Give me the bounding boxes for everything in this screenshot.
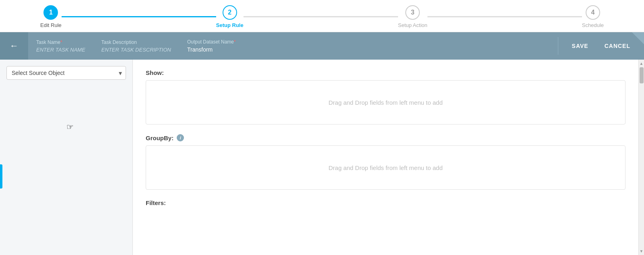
groupby-info-icon[interactable]: i xyxy=(177,134,184,141)
groupby-drop-zone[interactable]: Drag and Drop fields from left menu to a… xyxy=(146,145,625,190)
groupby-section: GroupBy: i Drag and Drop fields from lef… xyxy=(146,134,625,190)
step-1-label: Edit Rule xyxy=(40,22,62,28)
cancel-button[interactable]: CANCEL xyxy=(601,40,634,52)
scrollbar[interactable]: ▲ ▼ xyxy=(638,60,644,255)
step-4-label: Schedule xyxy=(582,22,604,28)
step-1-circle: 1 xyxy=(43,5,58,20)
back-button[interactable]: ← xyxy=(0,32,28,60)
task-name-input[interactable]: ENTER TASK NAME xyxy=(36,47,85,53)
step-2[interactable]: 2 Setup Rule xyxy=(216,5,244,28)
show-section: Show: Drag and Drop fields from left men… xyxy=(146,69,625,124)
step-3-label: Setup Action xyxy=(398,22,427,28)
step-4[interactable]: 4 Schedule xyxy=(582,5,604,28)
step-2-circle: 2 xyxy=(223,5,237,20)
stepper: 1 Edit Rule 2 Setup Rule 3 Setup Action … xyxy=(0,0,644,32)
connector-3-4 xyxy=(427,16,582,17)
save-button[interactable]: SAVE xyxy=(568,40,592,52)
main-content: Select Source Object ☞ Show: Drag and Dr… xyxy=(0,60,644,255)
step-3-circle: 3 xyxy=(405,5,420,20)
left-panel: Select Source Object ☞ xyxy=(0,60,133,255)
groupby-drop-hint: Drag and Drop fields from left menu to a… xyxy=(328,164,442,171)
show-drop-hint: Drag and Drop fields from left menu to a… xyxy=(328,99,442,106)
output-dataset-value[interactable]: Transform xyxy=(187,46,236,53)
output-dataset-field: Output Dataset Name* Transform xyxy=(187,39,236,53)
header-actions: SAVE CANCEL xyxy=(558,32,644,60)
source-object-select[interactable]: Select Source Object xyxy=(6,66,126,80)
filters-label: Filters: xyxy=(146,199,625,206)
show-label: Show: xyxy=(146,69,625,76)
step-2-label: Setup Rule xyxy=(216,22,244,28)
task-name-field: Task Name* ENTER TASK NAME xyxy=(36,39,85,53)
step-4-circle: 4 xyxy=(586,5,600,20)
show-drop-zone[interactable]: Drag and Drop fields from left menu to a… xyxy=(146,80,625,124)
header-bar: ← Task Name* ENTER TASK NAME Task Descri… xyxy=(0,32,644,60)
connector-2-3 xyxy=(244,16,398,17)
step-3[interactable]: 3 Setup Action xyxy=(398,5,427,28)
source-object-select-wrapper[interactable]: Select Source Object xyxy=(6,66,126,80)
left-accent-indicator xyxy=(0,164,2,189)
task-description-input[interactable]: ENTER TASK DESCRIPTION xyxy=(101,47,171,53)
connector-1-2 xyxy=(62,16,216,17)
right-panel: Show: Drag and Drop fields from left men… xyxy=(133,60,638,255)
header-fields: Task Name* ENTER TASK NAME Task Descript… xyxy=(28,32,558,60)
step-1[interactable]: 1 Edit Rule xyxy=(40,5,62,28)
groupby-label: GroupBy: xyxy=(146,135,173,141)
cursor-indicator: ☞ xyxy=(66,122,74,132)
filters-section: Filters: xyxy=(146,199,625,206)
task-description-field: Task Description ENTER TASK DESCRIPTION xyxy=(101,39,171,53)
